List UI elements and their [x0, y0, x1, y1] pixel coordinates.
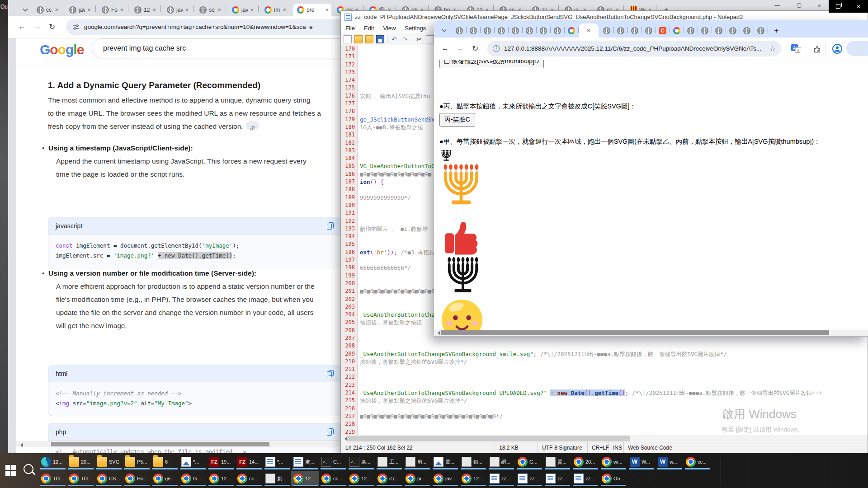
undo-icon[interactable]: ↶	[390, 35, 398, 43]
front-browser-tab[interactable]	[509, 23, 522, 38]
front-browser-tab[interactable]	[537, 23, 550, 38]
new-file-icon[interactable]	[344, 35, 352, 43]
profile-pill[interactable]	[846, 41, 868, 56]
taskbar-item-ge[interactable]: ge...	[151, 471, 179, 486]
front-browser-tab[interactable]	[481, 23, 494, 38]
front-browser-tab[interactable]	[712, 23, 725, 38]
taskbar-item-P5[interactable]: P5...	[123, 454, 151, 469]
front-browser-tab[interactable]	[453, 23, 466, 38]
front-scrollbar-thumb[interactable]	[441, 330, 829, 335]
browser-tab-java[interactable]: java×	[228, 4, 256, 16]
taskbar-item-12[interactable]: 12...	[207, 471, 235, 486]
browser-tab-Imi[interactable]: Imi×	[261, 4, 289, 16]
front-browser-tab[interactable]	[467, 23, 480, 38]
taskbar-item-zz[interactable]: zz...	[543, 471, 571, 486]
taskbar-item-網[interactable]: 網...	[487, 454, 515, 469]
taskbar-item-CS[interactable]: CS...	[95, 471, 123, 486]
front-reload-button[interactable]: ↻	[472, 44, 478, 53]
front-tab-search-chevron-icon[interactable]	[438, 23, 451, 38]
search-input[interactable]: prevent img tag cache src	[92, 38, 363, 58]
tab-close-icon[interactable]: ×	[120, 7, 123, 13]
taskbar-item-C[interactable]: >_C...	[319, 454, 347, 469]
taskbar-item-14[interactable]: FZ14...	[235, 454, 263, 469]
taskbar-item-zz[interactable]: zz...	[571, 471, 599, 486]
notepad2-horizontal-scrollbar[interactable]	[341, 435, 868, 442]
front-browser-tab[interactable]: C	[656, 23, 669, 38]
taskbar-item-G[interactable]: G...	[515, 454, 543, 469]
front-browser-tab[interactable]	[670, 23, 683, 38]
taskbar-item-TO[interactable]: TO...	[39, 471, 67, 486]
tab-close-icon[interactable]: ×	[325, 7, 329, 13]
restore-icon[interactable]	[836, 4, 840, 9]
taskbar-item-12[interactable]: 12...	[347, 471, 375, 486]
taskbar-item-w[interactable]: Ww...	[656, 454, 684, 469]
browser-tab-scri[interactable]: scri×	[196, 4, 224, 16]
taskbar-item-Ho[interactable]: Ho...	[123, 471, 151, 486]
front-browser-tab[interactable]	[614, 23, 627, 38]
taskbar-item-創[interactable]: 創...	[263, 471, 291, 486]
taskbar-item-条[interactable]: >_条...	[347, 454, 375, 469]
menu-Settings[interactable]: Settings	[405, 25, 426, 32]
save-icon[interactable]	[376, 35, 384, 43]
menu-Edit[interactable]: Edit	[364, 25, 374, 32]
front-browser-tab[interactable]	[600, 23, 613, 38]
taskbar-item-On[interactable]: On...	[599, 471, 627, 486]
front-address-bar[interactable]: i 127.0.0.1:8888/AAAAAAAA/2025.12.11/C/6…	[487, 41, 781, 56]
browser-tab-java[interactable]: java×	[163, 4, 191, 16]
taskbar-item-工[interactable]: 工...	[375, 454, 403, 469]
taskbar-item-20[interactable]: 20...	[67, 454, 95, 469]
taskbar-item-20[interactable]: 20...	[571, 454, 599, 469]
taskbar-item-12[interactable]: 12...	[39, 454, 67, 469]
tab-close-icon[interactable]: ×	[55, 7, 58, 13]
taskbar-item-W[interactable]: WW...	[627, 454, 656, 469]
tab-close-icon[interactable]: ×	[587, 27, 590, 34]
front-browser-tab[interactable]	[754, 23, 767, 38]
taskbar-item-zz[interactable]: zz...	[515, 471, 543, 486]
tab-close-icon[interactable]: ×	[152, 7, 156, 13]
tab-close-icon[interactable]: ×	[283, 7, 286, 13]
menu-View[interactable]: View	[383, 25, 396, 32]
front-browser-tab[interactable]	[628, 23, 641, 38]
open-folder-icon[interactable]	[354, 35, 363, 43]
front-browser-tab[interactable]	[684, 23, 697, 38]
notepad2-scrollbar-thumb[interactable]	[347, 436, 630, 441]
taskbar-item-12[interactable]: 12...	[291, 471, 319, 486]
taskbar-item-pr[interactable]: pr...	[403, 471, 431, 486]
front-new-tab-button[interactable]: +	[770, 23, 783, 38]
redo-icon[interactable]: ↷	[401, 35, 409, 43]
taskbar-item-cc[interactable]: cc...	[319, 471, 347, 486]
tab-close-icon[interactable]: ×	[250, 7, 254, 13]
start-button[interactable]	[5, 465, 17, 477]
front-browser-tab[interactable]	[740, 23, 753, 38]
front-forward-button[interactable]: →	[457, 44, 464, 53]
menu-File[interactable]: File	[345, 25, 355, 32]
taskbar-item-蜜[interactable]: 蜜...	[291, 454, 319, 469]
reset-default-button[interactable]: 恢復預設[SVG按讚thumbsup]D	[439, 60, 544, 68]
front-browser-tab[interactable]	[642, 23, 655, 38]
reload-button[interactable]: ↻	[49, 22, 55, 32]
translate-icon[interactable]: A文	[791, 44, 801, 53]
browser-tab-cc.e[interactable]: cc.e×	[33, 4, 61, 16]
taskbar-item-if[interactable]: if (...	[375, 471, 403, 486]
browser-tab-Foc[interactable]: Foc×	[98, 4, 126, 16]
taskbar-item-TO[interactable]: TO...	[67, 471, 95, 486]
front-browser-tab[interactable]	[698, 23, 711, 38]
profile-icon[interactable]	[832, 43, 843, 54]
taskbar-item-cc[interactable]: cc...	[235, 471, 263, 486]
front-browser-tab[interactable]	[726, 23, 739, 38]
taskbar-search-icon[interactable]	[24, 464, 33, 474]
tab-close-icon[interactable]: ×	[185, 7, 189, 13]
front-browser-tab[interactable]	[565, 23, 578, 38]
front-browser-tab[interactable]	[495, 23, 508, 38]
site-info-icon[interactable]: i	[493, 45, 500, 52]
dark-close-icon[interactable]: ×	[857, 3, 860, 10]
bookmark-star-icon[interactable]: ☆	[769, 44, 776, 53]
front-browser-tab[interactable]	[523, 23, 536, 38]
front-active-tab[interactable]: ×	[579, 23, 599, 38]
smile-c-button[interactable]: 丙-笑臉C	[439, 113, 475, 127]
copy-code-icon[interactable]	[327, 428, 333, 435]
copy-icon[interactable]	[426, 35, 434, 43]
taskbar-item-wi[interactable]: wi...	[599, 454, 627, 469]
front-horizontal-scrollbar[interactable]	[434, 330, 868, 336]
taskbar-item-jav[interactable]: jav...	[431, 471, 459, 486]
